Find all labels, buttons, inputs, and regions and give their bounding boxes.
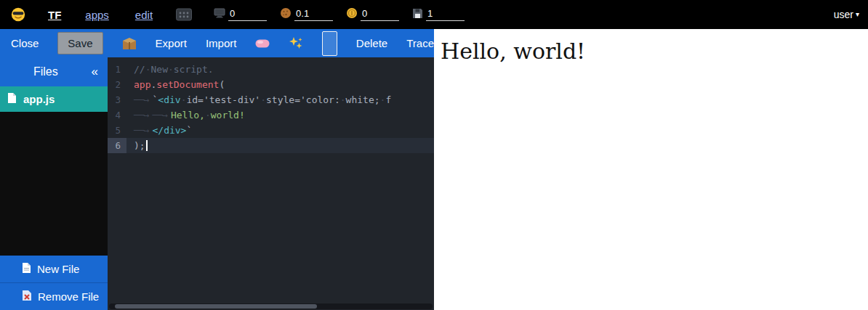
export-button[interactable]: Export [156,37,187,49]
code-token: script. [174,64,214,75]
code-token: New [150,64,167,75]
line-number: 1 [108,62,126,77]
code-line[interactable]: 1//·New·script. [108,62,434,77]
app-preview-panel: Hello, world! [434,29,868,310]
blank-button[interactable] [322,31,337,56]
tab-whitespace-marker: ──→ [134,125,148,136]
sparkles-icon[interactable] [289,36,303,51]
code-line[interactable]: 2app.setDocument( [108,77,434,92]
line-number: 6 [108,138,126,153]
code-token: ` [186,125,192,136]
editor-toolbar: Close Save Export Import Delete [0,29,434,57]
save-button[interactable]: Save [57,32,103,54]
code-token: f [385,94,391,105]
code-line-content: ); [126,138,148,153]
close-button[interactable]: Close [11,37,39,49]
trace-button[interactable]: Trace [406,37,434,49]
brand-link[interactable]: TF [48,9,61,21]
tab-whitespace-marker: ──→ [152,110,166,121]
delete-button[interactable]: Delete [356,37,387,49]
code-token: · [168,64,174,75]
monitor-counter-value[interactable]: 0 [228,8,267,21]
files-sidebar: Files « app.js [0,57,108,310]
code-token: id='test-div' [186,94,260,105]
code-line-content: app.setDocument( [126,77,225,92]
counter-cookie: 0.1 [280,7,333,22]
ide-panel: Close Save Export Import Delete [0,29,434,310]
scrollbar-thumb[interactable] [115,304,317,309]
import-button[interactable]: Import [206,37,237,49]
new-file-button[interactable]: New File [0,256,108,282]
pad-grid-icon[interactable] [176,8,192,21]
code-line-content: ──→`<div·id='test-div'·style='color:·whi… [126,92,391,107]
code-token: style='color: [266,94,340,105]
remove-file-label: Remove File [38,290,99,303]
floppy-icon [412,8,423,22]
code-token: · [340,94,346,105]
file-list-area [0,112,108,256]
tab-whitespace-marker: ──→ [134,94,148,105]
code-token: · [205,110,211,121]
code-line[interactable]: 3──→`<div·id='test-div'·style='color:·wh… [108,92,434,107]
line-number: 4 [108,107,126,123]
files-title: Files [0,65,92,78]
remove-file-button[interactable]: Remove File [0,282,108,310]
counter-floppy: 1 [412,8,465,22]
workspace: Files « app.js [0,57,434,310]
counter-coin: 0 [346,7,399,22]
new-file-icon [22,262,31,276]
collapse-sidebar-button[interactable]: « [92,65,98,79]
cookie-icon [280,7,292,22]
code-token: ); [134,140,145,151]
code-token: world! [211,110,245,121]
floppy-counter-value[interactable]: 1 [426,8,465,21]
line-number: 2 [108,77,126,92]
text-cursor [146,140,148,151]
nav-link-edit[interactable]: edit [135,9,153,21]
code-line-content: //·New·script. [126,62,214,77]
package-icon[interactable] [122,37,137,50]
code-line[interactable]: 5──→</div>` [108,123,434,138]
top-navigation-bar: TF apps edit 0 [0,0,868,29]
smiley-sunglasses-icon[interactable] [10,7,26,23]
code-lines: 1//·New·script.2app.setDocument(3──→`<di… [108,57,434,153]
caret-down-icon: ▾ [856,11,859,18]
code-line[interactable]: 4──→──→Hello,·world! [108,107,434,123]
file-name: app.js [23,93,55,105]
horizontal-scrollbar[interactable] [109,303,433,309]
code-line-content: ──→</div>` [126,123,192,138]
document-icon [7,92,17,107]
code-token: </div> [152,125,186,136]
coin-icon [346,7,358,22]
stat-counters: 0 0.1 0 [214,7,465,22]
user-menu-label: user [834,9,853,20]
nav-link-apps[interactable]: apps [85,9,109,21]
code-token: white; [346,94,380,105]
code-token: · [260,94,266,105]
code-editor[interactable]: 1//·New·script.2app.setDocument(3──→`<di… [108,57,434,310]
soap-icon[interactable] [255,38,270,49]
monitor-icon [214,8,225,21]
code-line[interactable]: 6); [108,138,434,153]
line-number: 5 [108,123,126,138]
code-token: // [134,64,145,75]
code-token: app [134,79,150,90]
user-menu[interactable]: user ▾ [834,9,859,20]
files-header: Files « [0,57,108,86]
cookie-counter-value[interactable]: 0.1 [294,8,333,21]
code-token: <div [158,94,180,105]
new-file-label: New File [37,263,79,275]
code-token: Hello, [171,110,205,121]
code-token: ( [219,79,225,90]
coin-counter-value[interactable]: 0 [361,8,399,21]
file-item-appjs[interactable]: app.js [0,86,108,112]
tab-whitespace-marker: ──→ [134,110,148,121]
line-number: 3 [108,92,126,107]
code-line-content: ──→──→Hello,·world! [126,107,245,123]
counter-monitor: 0 [214,8,267,21]
preview-hello-text: Hello, world! [441,38,868,64]
code-token: setDocument [156,79,219,90]
remove-file-icon [22,290,32,303]
